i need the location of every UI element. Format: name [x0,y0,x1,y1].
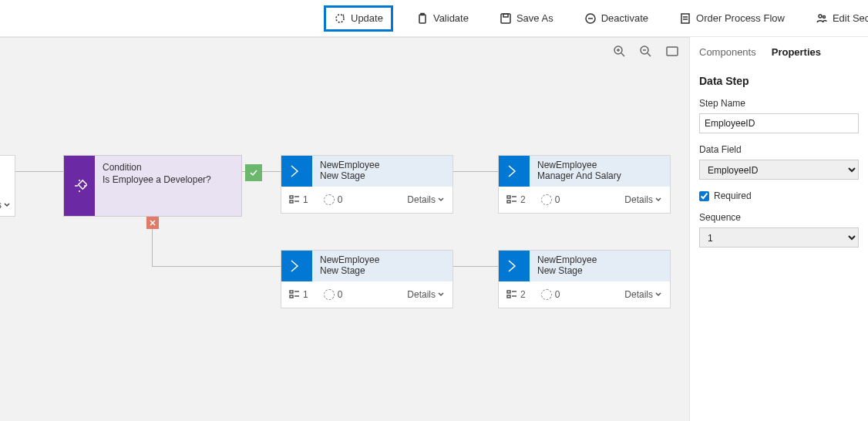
data-field-label: Data Field [699,144,859,155]
stage-icon [499,156,530,187]
connector [152,266,281,267]
save-as-label: Save As [516,12,553,24]
details-toggle[interactable]: Details [407,194,445,205]
condition-title: Condition [103,162,234,173]
details-toggle[interactable]: Details [624,289,662,300]
connector [14,171,63,172]
svg-rect-4 [503,14,508,17]
steps-icon [506,289,517,300]
svg-rect-3 [501,14,510,23]
svg-rect-21 [507,295,510,298]
stage-name: New Stage [537,265,662,276]
chevron-down-icon [3,201,11,209]
required-label: Required [714,190,752,201]
details-label: Details [407,289,436,300]
chevron-down-icon [654,291,662,298]
validate-label: Validate [433,12,469,24]
flows-count: 0 [555,194,560,205]
connector [453,266,498,267]
stage-entity: NewEmployee [320,254,445,265]
deactivate-button[interactable]: Deactivate [577,8,656,29]
chevron-down-icon [437,291,445,298]
partial-details[interactable]: ls [0,197,15,213]
flow-icon [324,194,335,205]
svg-rect-6 [681,14,689,23]
details-label: Details [624,289,653,300]
save-icon [500,12,512,25]
flows-count: 0 [338,289,343,300]
order-label: Order Process Flow [696,12,785,24]
svg-rect-13 [79,180,87,189]
details-label: Details [624,194,653,205]
steps-count: 2 [520,194,526,205]
stage-node[interactable]: NewEmployee New Stage 2 0 Details [498,250,671,308]
validate-button[interactable]: Validate [409,8,476,29]
step-name-label: Step Name [699,98,859,109]
condition-node[interactable]: Condition Is Employee a Developer? [63,155,242,217]
flow-icon [324,289,335,300]
svg-rect-14 [290,196,293,198]
stage-node[interactable]: NewEmployee Manager And Salary 2 0 Detai… [498,155,671,214]
chevron-down-icon [437,196,445,204]
steps-icon [289,194,300,205]
svg-rect-20 [507,291,510,293]
stage-name: New Stage [320,170,445,181]
steps-icon [506,194,517,205]
svg-rect-18 [290,291,293,293]
edit-security-button[interactable]: Edit Security Roles [808,8,868,29]
deactivate-label: Deactivate [601,12,648,24]
stage-icon [499,251,530,281]
tab-components[interactable]: Components [699,46,756,61]
svg-rect-16 [507,196,510,198]
svg-rect-19 [290,295,293,298]
tab-properties[interactable]: Properties [772,46,821,61]
connector [453,171,498,172]
svg-point-0 [336,15,344,22]
svg-rect-17 [507,200,510,203]
stage-icon [281,251,312,281]
save-as-button[interactable]: Save As [492,8,561,29]
svg-rect-1 [419,15,426,23]
condition-subtitle: Is Employee a Developer? [103,174,234,185]
steps-icon [289,289,300,300]
people-icon [816,12,828,25]
sequence-select[interactable]: 1 [699,227,859,248]
deactivate-icon [584,12,597,25]
stage-entity: NewEmployee [537,160,662,170]
svg-point-7 [819,15,822,18]
data-field-select[interactable]: EmployeeID [699,160,859,180]
condition-icon [64,156,95,216]
stage-entity: NewEmployee [537,254,662,265]
security-label: Edit Security Roles [833,12,868,24]
details-label: Details [407,194,436,205]
steps-count: 2 [520,289,526,300]
stage-name: New Stage [320,265,445,276]
details-toggle[interactable]: Details [624,194,662,205]
document-icon [679,12,691,25]
steps-count: 1 [303,194,308,205]
toolbar: Update Validate Save As Deactivate Order… [0,0,868,37]
details-toggle[interactable]: Details [407,289,445,300]
condition-yes-badge [245,164,262,181]
svg-rect-15 [290,200,293,203]
steps-count: 1 [303,289,308,300]
stage-node[interactable]: NewEmployee New Stage 1 0 Details [281,250,453,308]
partial-details-text: ls [0,200,2,210]
flows-count: 0 [555,289,560,300]
clipboard-icon [416,12,429,25]
stage-name: Manager And Salary [537,170,662,181]
stage-entity: NewEmployee [320,160,445,170]
properties-panel: Components Properties Data Step Step Nam… [689,37,868,421]
required-checkbox[interactable] [699,191,709,201]
stage-node[interactable]: NewEmployee New Stage 1 0 Details [281,155,453,214]
chevron-down-icon [654,196,662,204]
flow-icon [541,194,552,205]
order-process-button[interactable]: Order Process Flow [671,8,792,29]
update-button[interactable]: Update [324,5,393,32]
step-name-input[interactable] [699,113,859,133]
sequence-label: Sequence [699,212,859,223]
stage-icon [281,156,312,187]
condition-no-badge [146,217,159,229]
canvas[interactable]: ls Condition Is Employee a Developer? [0,37,689,421]
panel-heading: Data Step [699,75,859,87]
